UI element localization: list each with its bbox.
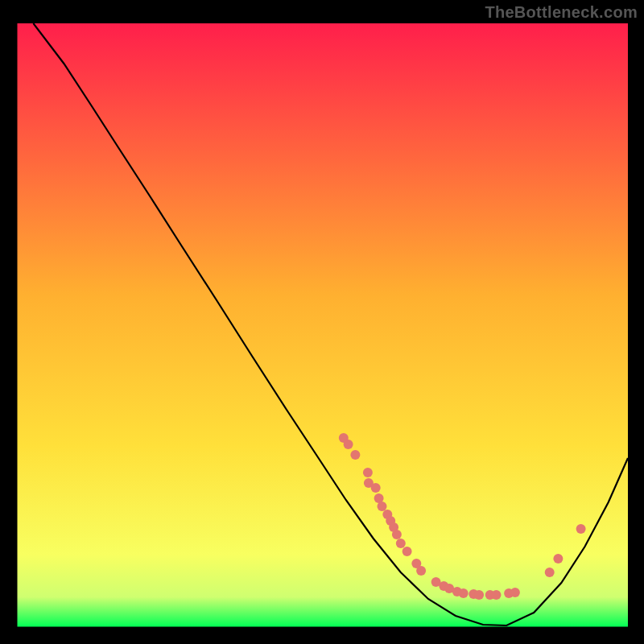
curve-marker	[378, 502, 387, 511]
curve-marker	[402, 547, 412, 556]
curve-marker	[492, 590, 502, 600]
watermark-label: TheBottleneck.com	[485, 3, 638, 22]
curve-marker	[576, 524, 586, 534]
curve-marker	[344, 440, 353, 449]
curve-marker	[474, 590, 484, 600]
curve-marker	[553, 554, 563, 564]
chart-stage: TheBottleneck.com	[0, 0, 644, 644]
curve-marker	[371, 483, 381, 493]
plot-background	[17, 23, 628, 627]
bottleneck-chart	[0, 0, 644, 644]
curve-marker	[545, 568, 555, 577]
curve-marker	[459, 588, 469, 598]
curve-marker	[396, 539, 406, 548]
curve-marker	[392, 530, 402, 539]
curve-marker	[510, 588, 520, 597]
curve-marker	[363, 468, 373, 477]
curve-marker	[350, 450, 360, 460]
curve-marker	[416, 566, 426, 576]
